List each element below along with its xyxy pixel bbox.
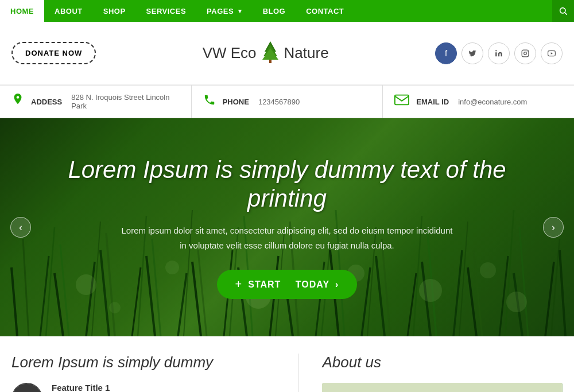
facebook-icon[interactable]: f <box>435 42 457 64</box>
nav-item-about[interactable]: ABOUT <box>44 0 93 22</box>
btn-text-start: START <box>248 280 281 290</box>
hero-next-button[interactable]: › <box>543 217 564 238</box>
hero-content: Lorem Ipsum is simply dummy text of the … <box>0 118 574 336</box>
phone-label: PHONE <box>223 98 249 106</box>
phone-value: 1234567890 <box>258 98 300 106</box>
instagram-icon[interactable] <box>514 42 536 64</box>
email-icon <box>394 94 409 109</box>
social-links: f <box>435 42 563 64</box>
phone-icon <box>203 94 216 110</box>
info-bar: ADDESS 828 N. Iroquois Street Lincoln Pa… <box>0 85 574 118</box>
feature-title: Feature Title 1 <box>52 383 276 392</box>
svg-point-8 <box>524 52 527 55</box>
navigation: HOME ABOUT SHOP SERVICES PAGES ▾ BLOG CO… <box>0 0 574 22</box>
svg-marker-5 <box>262 48 278 60</box>
nav-item-pages[interactable]: PAGES ▾ <box>196 0 253 22</box>
email-label: EMAIL ID <box>416 98 449 106</box>
email-value: info@econature.com <box>458 98 527 106</box>
arrow-icon: › <box>335 280 339 290</box>
hero-title: Lorem Ipsum is simply dummy text of the … <box>46 156 528 214</box>
nav-item-blog[interactable]: BLOG <box>253 0 296 22</box>
nav-item-contact[interactable]: CONTACT <box>296 0 354 22</box>
features-column: Lorem Ipsum is simply dummy Feature Titl… <box>11 354 276 392</box>
tree-icon <box>260 40 281 67</box>
chevron-down-icon: ▾ <box>238 7 242 15</box>
about-image <box>322 383 563 392</box>
svg-point-11 <box>17 96 20 99</box>
nav-item-home[interactable]: HOME <box>0 0 44 22</box>
site-logo: VW Eco Nature <box>96 40 435 67</box>
svg-point-9 <box>527 51 528 52</box>
svg-rect-71 <box>322 383 563 392</box>
feature-icon <box>11 383 42 392</box>
hero-prev-button[interactable]: ‹ <box>10 217 31 238</box>
hero-subtitle: Lorem ipsum dolor sit amet, consectetur … <box>122 223 453 253</box>
column-divider <box>298 354 299 392</box>
features-title: Lorem Ipsum is simply dummy <box>11 354 276 371</box>
nav-item-shop[interactable]: SHOP <box>93 0 136 22</box>
location-icon <box>11 92 24 111</box>
nav-item-services[interactable]: SERVICES <box>136 0 197 22</box>
svg-point-6 <box>495 50 497 51</box>
address-info: ADDESS 828 N. Iroquois Street Lincoln Pa… <box>0 86 192 118</box>
svg-marker-10 <box>551 52 553 55</box>
hero-section: ‹ Lorem Ipsum is simply dummy text of th… <box>0 118 574 336</box>
plus-icon: + <box>235 278 243 291</box>
youtube-icon[interactable] <box>541 42 563 64</box>
btn-text-today: TODAY <box>296 280 329 290</box>
address-label: ADDESS <box>31 98 62 106</box>
svg-rect-7 <box>522 50 529 57</box>
donate-button[interactable]: DONATE NOW <box>11 42 96 64</box>
svg-line-1 <box>565 13 567 15</box>
email-info: EMAIL ID info@econature.com <box>383 86 574 118</box>
svg-rect-12 <box>395 95 409 105</box>
twitter-icon[interactable] <box>461 42 483 64</box>
about-column: About us <box>322 354 563 392</box>
logo-text-nature: Nature <box>284 44 329 62</box>
bottom-section: Lorem Ipsum is simply dummy Feature Titl… <box>0 336 574 392</box>
svg-point-0 <box>560 8 565 13</box>
feature-item: Feature Title 1 Lorem ipsum dolor sit am… <box>11 383 276 392</box>
about-title: About us <box>322 354 563 371</box>
nav-menu: HOME ABOUT SHOP SERVICES PAGES ▾ BLOG CO… <box>0 0 552 22</box>
phone-info: PHONE 1234567890 <box>192 86 383 118</box>
linkedin-icon[interactable] <box>488 42 510 64</box>
search-icon[interactable] <box>552 0 574 22</box>
feature-text: Feature Title 1 Lorem ipsum dolor sit am… <box>52 383 276 392</box>
start-today-button[interactable]: + START TODAY › <box>217 270 358 299</box>
logo-text-vw: VW Eco <box>203 44 257 62</box>
site-header: DONATE NOW VW Eco Nature f <box>0 22 574 85</box>
address-value: 828 N. Iroquois Street Lincoln Park <box>71 93 179 110</box>
